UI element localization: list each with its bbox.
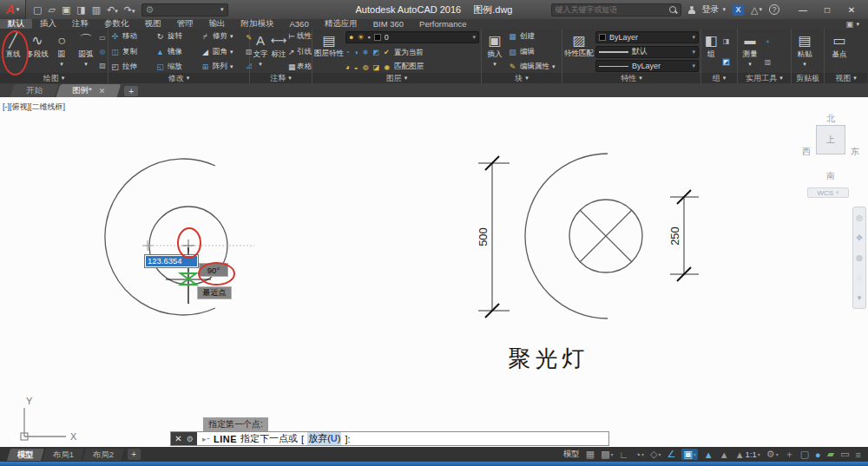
new-layout-button[interactable]: + bbox=[128, 449, 141, 460]
linetype-dropdown[interactable]: ByLayer ▾ bbox=[595, 60, 699, 72]
tab-default[interactable]: 默认 bbox=[0, 19, 32, 29]
annotation-monitor-toggle[interactable]: ＋ bbox=[785, 448, 794, 461]
undo-option[interactable]: 放弃(U) bbox=[307, 432, 341, 445]
polyline-tool-button[interactable]: ∿ 多段线 bbox=[26, 30, 49, 73]
app-menu-button[interactable]: A ▾ bbox=[0, 0, 26, 19]
group-edit-icon[interactable]: ◩ bbox=[722, 58, 731, 66]
panel-label-layers[interactable]: 图层▾ bbox=[312, 73, 481, 83]
pan-icon[interactable]: ✥ bbox=[856, 233, 863, 242]
layer-properties-button[interactable]: ▤ 图层特性 bbox=[314, 30, 344, 73]
rectangle-icon[interactable]: ▭ bbox=[99, 34, 106, 42]
layer-isolate-icon[interactable]: ◑ bbox=[354, 49, 358, 56]
ribbon-options-icon[interactable]: ▣▾ bbox=[838, 19, 868, 29]
panel-label-groups[interactable]: 组▾ bbox=[701, 73, 737, 83]
layout2-tab[interactable]: 布局2 bbox=[82, 449, 124, 461]
save-as-icon[interactable]: ◨ bbox=[76, 4, 85, 16]
tab-performance[interactable]: Performance bbox=[411, 19, 474, 29]
command-line-bar[interactable]: ✕ ⚙ ▸⁃ LINE 指定下一点或 [放弃(U)]: bbox=[170, 431, 609, 446]
plot-icon[interactable]: ▥ bbox=[92, 4, 101, 16]
isolate-objects-button[interactable]: ● bbox=[815, 450, 821, 460]
panel-label-view[interactable]: 视图▾ bbox=[825, 73, 867, 83]
command-prompt[interactable]: ▸⁃ LINE 指定下一点或 [放弃(U)]: bbox=[197, 432, 608, 445]
viewcube-east[interactable]: 东 bbox=[851, 146, 859, 158]
copy-button[interactable]: ◫复制 bbox=[110, 47, 154, 57]
save-icon[interactable]: ▣ bbox=[62, 4, 70, 16]
viewcube-face-top[interactable]: 上 bbox=[816, 125, 845, 154]
hatch-icon[interactable]: ▨ bbox=[99, 62, 106, 69]
close-command-icon[interactable]: ✕ bbox=[174, 434, 181, 443]
snap-toggle[interactable]: ▩▾ bbox=[601, 449, 613, 460]
exchange-apps-icon[interactable]: X bbox=[733, 4, 744, 16]
model-tab[interactable]: 模型 bbox=[7, 449, 44, 461]
panel-label-annotation[interactable]: 注释▾ bbox=[250, 73, 312, 83]
panel-label-block[interactable]: 块▾ bbox=[482, 73, 562, 83]
ungroup-icon[interactable]: ◨ bbox=[723, 37, 730, 45]
autodesk360-icon[interactable]: △▾ bbox=[751, 4, 762, 16]
scale-button[interactable]: ◱缩放 bbox=[155, 62, 199, 72]
dynamic-input-coordinate[interactable]: 123.6354 bbox=[144, 254, 199, 268]
showmotion-icon[interactable]: ▾ bbox=[858, 293, 862, 302]
search-input[interactable] bbox=[552, 5, 669, 14]
customization-button[interactable]: ≡ bbox=[856, 450, 861, 460]
right-arc[interactable] bbox=[525, 154, 608, 318]
paste-button[interactable]: ▤ 粘贴 ▾ bbox=[793, 30, 816, 73]
layer-dropdown[interactable]: ● ☀ ▪ 0 ▾ bbox=[345, 31, 479, 43]
undo-icon[interactable]: ↶▾ bbox=[107, 4, 118, 16]
close-button[interactable]: ✕ bbox=[840, 2, 863, 17]
viewport-controls[interactable]: [-][俯视][二维线框] bbox=[3, 102, 65, 113]
annotation-scale-dropdown[interactable]: ▲1:1▾ bbox=[735, 450, 760, 460]
linear-button[interactable]: ⊢线性 bbox=[288, 31, 312, 42]
tab-featured-apps[interactable]: 精选应用 bbox=[317, 19, 365, 29]
lineweight-dropdown[interactable]: 默认 ▾ bbox=[595, 46, 699, 58]
tab-annotate[interactable]: 注释 bbox=[64, 19, 96, 29]
text-tool-button[interactable]: A 文字 ▾ bbox=[252, 30, 269, 73]
drawing-canvas[interactable]: [-][俯视][二维线框] 500 bbox=[0, 97, 868, 447]
array-button[interactable]: ⊞阵列▾ bbox=[201, 62, 244, 72]
model-space-button[interactable]: 模型 bbox=[563, 449, 580, 460]
tab-manage[interactable]: 管理 bbox=[169, 19, 201, 29]
ortho-toggle[interactable]: ∟ bbox=[620, 450, 629, 460]
tab-parametric[interactable]: 参数化 bbox=[96, 19, 137, 29]
help-search-box[interactable] bbox=[551, 3, 681, 16]
edit-attributes-button[interactable]: ✎编辑属性▾ bbox=[508, 62, 556, 72]
full-nav-wheel-icon[interactable]: ◎ bbox=[856, 213, 863, 222]
open-file-icon[interactable]: ▱ bbox=[48, 4, 55, 16]
layout1-tab[interactable]: 布局1 bbox=[43, 449, 84, 461]
navigation-bar[interactable]: ◎ ✥ ◍ ◌ ▾ bbox=[852, 207, 866, 309]
dim250-text[interactable]: 250 bbox=[668, 226, 681, 246]
layer-unlock-icon[interactable]: ◪ bbox=[373, 63, 380, 71]
layer-freeze-icon[interactable]: ❄ bbox=[363, 49, 369, 56]
table-button[interactable]: ▦表格 bbox=[288, 62, 312, 72]
workspace-dropdown[interactable]: ⚙ ▾ bbox=[141, 3, 228, 16]
rotate-button[interactable]: ↻旋转 bbox=[155, 31, 199, 42]
search-icon[interactable] bbox=[669, 6, 677, 14]
tab-a360[interactable]: A360 bbox=[282, 19, 317, 29]
match-layer-button[interactable]: 匹配图层 bbox=[394, 62, 424, 72]
set-current-button[interactable]: 置为当前 bbox=[394, 48, 424, 58]
panel-label-properties[interactable]: 特性▾ bbox=[562, 73, 700, 83]
layer-unisolate-icon[interactable]: ◒ bbox=[354, 63, 358, 71]
grid-toggle[interactable]: ▦ bbox=[586, 449, 595, 460]
viewcube-north[interactable]: 北 bbox=[802, 113, 859, 125]
layer-on-icon[interactable]: ◕ bbox=[345, 63, 350, 71]
panel-label-clipboard[interactable]: 剪贴板 bbox=[792, 73, 824, 83]
minimize-button[interactable]: — bbox=[792, 2, 814, 17]
viewcube-wcs-dropdown[interactable]: WCS▾ bbox=[807, 187, 849, 198]
customize-command-icon[interactable]: ⚙ bbox=[187, 435, 194, 443]
tab-addins[interactable]: 附加模块 bbox=[233, 19, 282, 29]
tab-insert[interactable]: 插入 bbox=[32, 19, 64, 29]
layer-thaw-icon[interactable]: ◍ bbox=[363, 63, 369, 71]
new-file-icon[interactable]: ▢ bbox=[33, 4, 42, 16]
mirror-button[interactable]: ▲镜像 bbox=[155, 47, 199, 57]
fillet-button[interactable]: ◢圆角▾ bbox=[201, 47, 244, 57]
panel-label-utilities[interactable]: 实用工具▾ bbox=[738, 73, 791, 83]
id-point-icon[interactable]: ＋ bbox=[765, 37, 772, 45]
viewcube-west[interactable]: 西 bbox=[802, 146, 811, 158]
trim-button[interactable]: ⌿修剪▾ bbox=[201, 31, 244, 42]
match-properties-button[interactable]: ▨ 特性匹配 bbox=[564, 30, 594, 73]
clean-screen-button[interactable]: ▭ bbox=[840, 449, 849, 460]
quick-properties-toggle[interactable]: ▢ bbox=[800, 449, 809, 460]
arc-tool-button[interactable]: ⌒ 圆弧 ▾ bbox=[75, 30, 97, 73]
tab-view[interactable]: 视图 bbox=[137, 19, 169, 29]
edit-block-button[interactable]: ▧编辑 bbox=[508, 47, 556, 57]
